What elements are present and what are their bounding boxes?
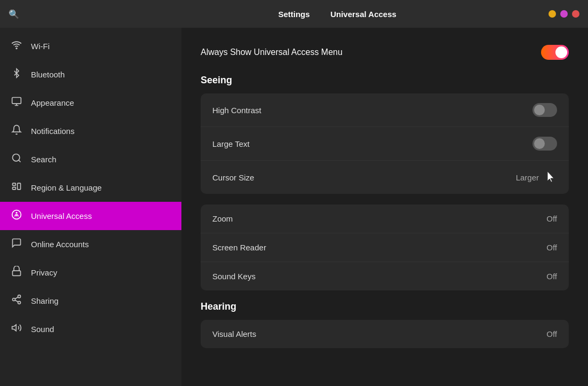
appearance-icon xyxy=(11,96,22,109)
sidebar-label-privacy: Privacy xyxy=(31,268,57,277)
sharing-icon xyxy=(11,294,22,308)
seeing-extra-card: Zoom Off Screen Reader Off Sound Keys Of… xyxy=(201,204,569,290)
sidebar-item-search[interactable]: Search xyxy=(0,145,181,174)
zoom-row[interactable]: Zoom Off xyxy=(201,204,569,233)
close-button[interactable] xyxy=(572,10,579,18)
svg-rect-6 xyxy=(18,183,21,190)
svg-point-12 xyxy=(13,298,15,301)
region-icon xyxy=(11,181,22,194)
sidebar-item-sharing[interactable]: Sharing xyxy=(0,287,181,315)
sidebar-label-sharing: Sharing xyxy=(31,296,59,305)
sidebar-label-region: Region & Language xyxy=(31,183,102,192)
sidebar-item-notifications[interactable]: Notifications xyxy=(0,117,181,145)
sidebar-label-bluetooth: Bluetooth xyxy=(31,70,65,79)
bluetooth-icon xyxy=(11,68,22,81)
sidebar-item-appearance[interactable]: Appearance xyxy=(0,89,181,117)
notifications-icon xyxy=(11,124,22,138)
hearing-card: Visual Alerts Off xyxy=(201,320,569,348)
sidebar-label-search: Search xyxy=(31,155,57,164)
svg-rect-4 xyxy=(13,183,16,185)
sidebar-label-appearance: Appearance xyxy=(31,98,74,107)
sound-keys-value: Off xyxy=(546,272,557,281)
svg-line-15 xyxy=(15,297,18,298)
sidebar-item-region[interactable]: Region & Language xyxy=(0,174,181,202)
search-nav-icon xyxy=(11,153,22,166)
svg-rect-1 xyxy=(12,98,21,104)
universal-access-icon xyxy=(11,209,22,223)
always-show-toggle[interactable] xyxy=(541,45,569,60)
privacy-icon xyxy=(11,266,22,279)
main-layout: Wi-Fi Bluetooth Appearance xyxy=(0,28,588,386)
sidebar-label-sound: Sound xyxy=(31,325,54,334)
sidebar-label-wifi: Wi-Fi xyxy=(31,42,50,51)
always-show-label: Always Show Universal Access Menu xyxy=(201,48,343,57)
cursor-size-right: Larger xyxy=(516,170,557,184)
svg-point-8 xyxy=(15,212,17,214)
large-text-row: Large Text xyxy=(201,127,569,161)
large-text-knob xyxy=(534,138,545,149)
zoom-value: Off xyxy=(546,214,557,223)
svg-rect-10 xyxy=(13,271,21,275)
sidebar-label-notifications: Notifications xyxy=(31,127,75,136)
minimize-button[interactable] xyxy=(549,10,556,18)
visual-alerts-label: Visual Alerts xyxy=(212,329,256,338)
panel-title: Universal Access xyxy=(330,10,396,19)
wifi-icon xyxy=(11,40,22,53)
sidebar-label-universal-access: Universal Access xyxy=(31,211,92,220)
visual-alerts-row[interactable]: Visual Alerts Off xyxy=(201,320,569,348)
sidebar-item-wifi[interactable]: Wi-Fi xyxy=(0,32,181,60)
seeing-card: High Contrast Large Text Cursor Size Lar… xyxy=(201,93,569,194)
large-text-toggle[interactable] xyxy=(533,137,557,151)
svg-point-0 xyxy=(16,48,17,49)
online-accounts-icon xyxy=(11,238,22,251)
sidebar: Wi-Fi Bluetooth Appearance xyxy=(0,28,181,386)
svg-rect-5 xyxy=(13,187,16,190)
svg-line-3 xyxy=(19,160,21,162)
search-icon[interactable]: 🔍 xyxy=(9,9,19,19)
hearing-heading: Hearing xyxy=(201,301,569,312)
screen-reader-row[interactable]: Screen Reader Off xyxy=(201,233,569,262)
high-contrast-row: High Contrast xyxy=(201,93,569,127)
sidebar-item-privacy[interactable]: Privacy xyxy=(0,258,181,287)
svg-marker-16 xyxy=(12,325,17,331)
sound-keys-row[interactable]: Sound Keys Off xyxy=(201,262,569,290)
content-area: Always Show Universal Access Menu Seeing… xyxy=(181,28,588,386)
sidebar-item-sound[interactable]: Sound xyxy=(0,315,181,343)
high-contrast-knob xyxy=(534,105,545,115)
sidebar-item-online-accounts[interactable]: Online Accounts xyxy=(0,230,181,258)
maximize-button[interactable] xyxy=(560,10,568,18)
svg-point-2 xyxy=(13,154,20,161)
high-contrast-toggle[interactable] xyxy=(533,103,557,117)
app-title: Settings xyxy=(278,10,309,19)
sidebar-item-universal-access[interactable]: Universal Access xyxy=(0,202,181,230)
zoom-label: Zoom xyxy=(212,214,233,223)
window-controls xyxy=(549,10,579,18)
titlebar: 🔍 Settings Universal Access xyxy=(0,0,588,28)
sound-icon xyxy=(11,322,22,336)
svg-line-14 xyxy=(15,300,18,302)
toggle-knob xyxy=(555,46,567,58)
cursor-size-value: Larger xyxy=(516,173,539,182)
svg-point-11 xyxy=(18,295,21,298)
cursor-icon xyxy=(545,170,557,184)
seeing-heading: Seeing xyxy=(201,75,569,86)
large-text-label: Large Text xyxy=(212,139,250,148)
visual-alerts-value: Off xyxy=(546,329,557,338)
cursor-size-label: Cursor Size xyxy=(212,173,254,182)
cursor-size-row[interactable]: Cursor Size Larger xyxy=(201,161,569,194)
always-show-row: Always Show Universal Access Menu xyxy=(201,45,569,60)
sidebar-label-online-accounts: Online Accounts xyxy=(31,240,89,249)
high-contrast-label: High Contrast xyxy=(212,106,261,115)
sidebar-item-bluetooth[interactable]: Bluetooth xyxy=(0,60,181,89)
sound-keys-label: Sound Keys xyxy=(212,272,256,281)
screen-reader-value: Off xyxy=(546,243,557,252)
svg-point-13 xyxy=(18,301,21,304)
screen-reader-label: Screen Reader xyxy=(212,243,266,252)
